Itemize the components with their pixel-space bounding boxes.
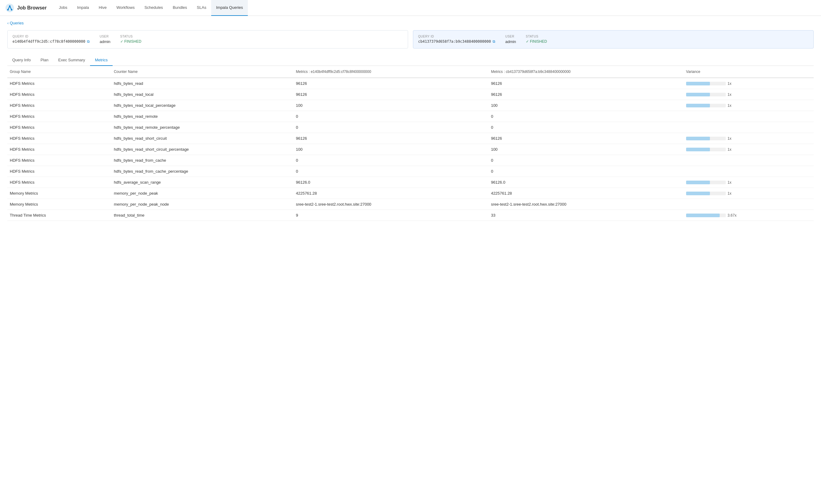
variance-bar-fill	[686, 137, 710, 140]
breadcrumb-link[interactable]: Queries	[7, 21, 23, 25]
svg-point-1	[9, 5, 11, 7]
query-id-field-2: QUERY ID cb4137379d658f7a:b9c34884000000…	[418, 35, 495, 44]
variance-cell: 1x	[686, 136, 811, 141]
nav-hive[interactable]: Hive	[94, 0, 111, 16]
cell-group: HDFS Metrics	[7, 100, 111, 111]
variance-bar-fill	[686, 104, 710, 107]
nav-bundles[interactable]: Bundles	[168, 0, 192, 16]
variance-label: 1x	[728, 136, 732, 141]
cell-variance	[684, 111, 814, 122]
cell-metric2: 0	[489, 122, 684, 133]
variance-bar-fill	[686, 181, 710, 184]
check-icon-1: ✓	[120, 39, 124, 44]
variance-label: 3.67x	[728, 213, 736, 218]
cell-metric2: 96126.0	[489, 177, 684, 188]
metrics-table: Group Name Counter Name Metrics : e140b4…	[7, 66, 814, 221]
cell-variance: 3.67x	[684, 210, 814, 221]
variance-label: 1x	[728, 191, 732, 196]
cell-metric2: 100	[489, 100, 684, 111]
variance-bar-container	[686, 214, 726, 217]
nav-impala-queries[interactable]: Impala Queries	[211, 0, 248, 16]
cell-variance	[684, 155, 814, 166]
copy-icon-1[interactable]: ⧉	[87, 39, 90, 44]
svg-point-3	[11, 9, 13, 10]
variance-label: 1x	[728, 103, 732, 108]
user-value-1: admin	[99, 39, 110, 44]
cell-metric1: 96126	[293, 78, 488, 89]
cell-metric1: 100	[293, 144, 488, 155]
table-row: HDFS Metricshdfs_bytes_read96126961261x	[7, 78, 814, 89]
cell-metric1: 0	[293, 122, 488, 133]
variance-label: 1x	[728, 92, 732, 97]
variance-label: 1x	[728, 147, 732, 152]
table-header-row: Group Name Counter Name Metrics : e140b4…	[7, 66, 814, 78]
status-value-2: ✓ FINISHED	[526, 39, 547, 44]
cell-group: HDFS Metrics	[7, 155, 111, 166]
nav-slas[interactable]: SLAs	[192, 0, 211, 16]
cell-group: HDFS Metrics	[7, 111, 111, 122]
nav-schedules[interactable]: Schedules	[139, 0, 168, 16]
cell-group: Memory Metrics	[7, 188, 111, 199]
variance-bar-container	[686, 82, 726, 85]
variance-bar-fill	[686, 82, 710, 85]
cell-counter: hdfs_bytes_read_from_cache_percentage	[111, 166, 293, 177]
table-row: Memory Metricsmemory_per_node_peak_nodes…	[7, 199, 814, 210]
variance-cell: 1x	[686, 103, 811, 108]
status-field-2: STATUS ✓ FINISHED	[526, 35, 547, 44]
user-field-2: USER admin	[505, 35, 516, 44]
cell-metric2: sree-test2-1.sree-test2.root.hwx.site:27…	[489, 199, 684, 210]
nav-jobs[interactable]: Jobs	[54, 0, 72, 16]
variance-bar-container	[686, 181, 726, 184]
cell-variance	[684, 122, 814, 133]
table-row: Memory Metricsmemory_per_node_peak422576…	[7, 188, 814, 199]
variance-bar-fill	[686, 192, 710, 195]
col-header-metric2: Metrics : cb4137379d658f7a:b9c3488400000…	[489, 66, 684, 78]
nav-impala[interactable]: Impala	[72, 0, 94, 16]
app-logo[interactable]: Job Browser	[5, 3, 47, 13]
cell-metric2: 96126	[489, 78, 684, 89]
cell-counter: hdfs_bytes_read_from_cache	[111, 155, 293, 166]
variance-cell: 1x	[686, 92, 811, 97]
table-row: HDFS Metricshdfs_bytes_read_from_cache_p…	[7, 166, 814, 177]
cell-metric1: 96126	[293, 133, 488, 144]
cell-metric2: 0	[489, 155, 684, 166]
query-card-1: QUERY ID e140b4f4dff9c2d5:cf78c8f4000000…	[7, 30, 408, 49]
col-header-variance: Variance	[684, 66, 814, 78]
tab-metrics[interactable]: Metrics	[90, 55, 113, 66]
table-row: HDFS Metricshdfs_bytes_read_local9612696…	[7, 89, 814, 100]
table-row: HDFS Metricshdfs_bytes_read_remote_perce…	[7, 122, 814, 133]
variance-cell: 1x	[686, 81, 811, 86]
cell-group: HDFS Metrics	[7, 133, 111, 144]
tabs-container: Query Info Plan Exec Summary Metrics	[7, 55, 814, 66]
cell-counter: hdfs_bytes_read_short_circuit	[111, 133, 293, 144]
tab-plan[interactable]: Plan	[36, 55, 53, 66]
col-header-metric1: Metrics : e140b4f4dff9c2d5:cf78c8f400000…	[293, 66, 488, 78]
variance-bar-fill	[686, 93, 710, 96]
variance-label: 1x	[728, 180, 732, 185]
table-row: HDFS Metricshdfs_bytes_read_short_circui…	[7, 133, 814, 144]
cell-variance: 1x	[684, 100, 814, 111]
variance-cell: 1x	[686, 191, 811, 196]
variance-bar-container	[686, 104, 726, 107]
cell-metric1: 0	[293, 111, 488, 122]
cell-counter: hdfs_bytes_read_local	[111, 89, 293, 100]
cell-counter: hdfs_bytes_read_local_percentage	[111, 100, 293, 111]
cell-metric2: 0	[489, 111, 684, 122]
nav-workflows[interactable]: Workflows	[111, 0, 139, 16]
logo-icon	[5, 3, 15, 13]
variance-bar-container	[686, 137, 726, 140]
copy-icon-2[interactable]: ⧉	[493, 39, 495, 44]
cell-metric1: 0	[293, 155, 488, 166]
cell-variance: 1x	[684, 144, 814, 155]
tab-query-info[interactable]: Query Info	[7, 55, 36, 66]
cell-metric2: 100	[489, 144, 684, 155]
table-row: HDFS Metricshdfs_bytes_read_short_circui…	[7, 144, 814, 155]
query-card-2: QUERY ID cb4137379d658f7a:b9c34884000000…	[413, 30, 814, 49]
tab-exec-summary[interactable]: Exec Summary	[53, 55, 90, 66]
table-row: HDFS Metricshdfs_bytes_read_local_percen…	[7, 100, 814, 111]
query-cards-container: QUERY ID e140b4f4dff9c2d5:cf78c8f4000000…	[7, 30, 814, 49]
cell-counter: hdfs_bytes_read	[111, 78, 293, 89]
status-value-1: ✓ FINISHED	[120, 39, 141, 44]
cell-counter: hdfs_bytes_read_remote	[111, 111, 293, 122]
cell-counter: hdfs_bytes_read_remote_percentage	[111, 122, 293, 133]
